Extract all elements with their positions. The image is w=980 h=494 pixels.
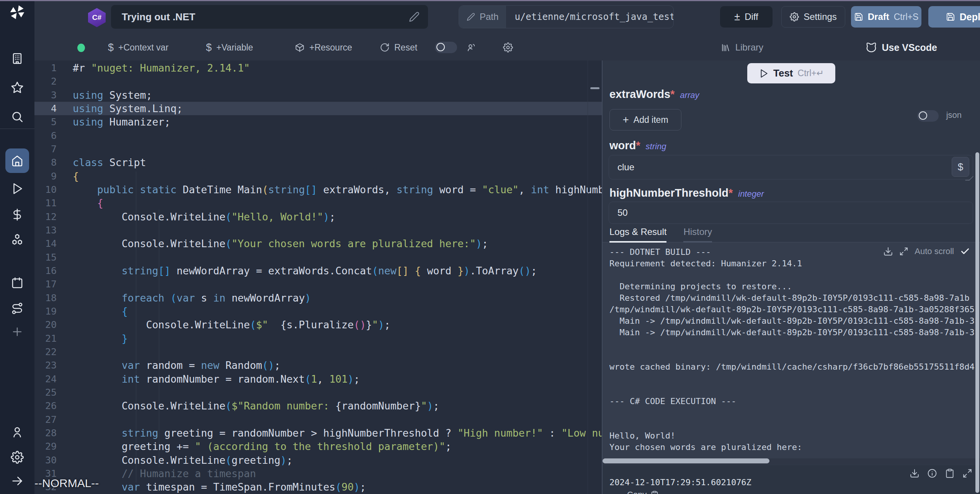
deploy-button[interactable]: Deploy	[928, 6, 980, 28]
required-asterisk: *	[670, 88, 675, 100]
line-number: 7	[34, 142, 62, 156]
line-number: 12	[34, 210, 62, 223]
draft-button[interactable]: Draft Ctrl+S	[851, 6, 921, 28]
add-variable-button[interactable]: $ +Variable	[206, 34, 253, 60]
code-line[interactable]: string[] newWordArray = extraWords.Conca…	[73, 264, 602, 277]
line-number: 29	[34, 440, 62, 453]
sidebar-item-favorites[interactable]	[10, 80, 25, 96]
sidebar-item-workspace[interactable]	[10, 51, 25, 67]
code-line[interactable]: int randomNumber = random.Next(1, 101);	[73, 372, 602, 386]
path-value[interactable]: u/etienne/microsoft_java_test	[506, 6, 674, 28]
copy-result-button[interactable]: Copy	[627, 490, 659, 494]
threshold-input[interactable]	[609, 202, 973, 224]
reset-label: Reset	[394, 42, 417, 53]
use-vscode-button[interactable]: Use VScode	[866, 34, 937, 60]
variable-picker-button[interactable]: $	[952, 157, 969, 177]
expand-icon[interactable]	[899, 247, 908, 256]
windmill-logo-icon[interactable]	[9, 4, 26, 21]
code-line[interactable]: using System.Linq;	[73, 102, 602, 115]
script-title-box[interactable]: Trying out .NET	[111, 5, 428, 29]
draft-label: Draft	[868, 11, 889, 22]
line-number: 14	[34, 237, 62, 250]
info-icon[interactable]	[927, 468, 937, 478]
multiplayer-button[interactable]	[466, 34, 476, 60]
log-hscrollbar-thumb[interactable]	[603, 458, 769, 463]
code-line[interactable]: }	[73, 332, 602, 345]
code-line[interactable]: class Script	[73, 156, 602, 169]
code-line[interactable]: Console.WriteLine("Your chosen words are…	[73, 237, 602, 250]
code-line[interactable]	[73, 251, 602, 264]
code-line[interactable]	[73, 75, 602, 88]
sidebar-item-more[interactable]	[10, 324, 25, 340]
code-line[interactable]: #r "nuget: Humanizer, 2.14.1"	[73, 61, 602, 75]
sidebar-item-search[interactable]	[10, 109, 25, 125]
panel-splitter-handle[interactable]	[590, 87, 599, 89]
code-line[interactable]: foreach (var s in newWordArray)	[73, 291, 602, 305]
clipboard-icon[interactable]	[945, 468, 955, 478]
code-line[interactable]: using System;	[73, 88, 602, 102]
code-line[interactable]: public static DateTime Main(string[] ext…	[73, 183, 602, 196]
check-icon[interactable]	[960, 246, 970, 256]
code-line[interactable]: Console.WriteLine($"Random number: {rand…	[73, 399, 602, 412]
code-line[interactable]	[73, 386, 602, 399]
code-line[interactable]	[73, 223, 602, 237]
code-line[interactable]: string greeting = randomNumber > highNum…	[73, 426, 602, 440]
code-line[interactable]: var random = new Random();	[73, 359, 602, 372]
sidebar-item-account[interactable]	[10, 425, 25, 440]
sidebar-item-settings[interactable]	[10, 450, 25, 465]
code-line[interactable]: // Humanize a timespan	[73, 467, 602, 480]
diff-button[interactable]: ± Diff	[720, 6, 773, 28]
log-line	[609, 350, 980, 361]
code-line[interactable]: {	[73, 196, 602, 210]
add-context-var-button[interactable]: $ +Context var	[108, 34, 168, 60]
toggle-off[interactable]	[435, 42, 457, 53]
lang-badge-label: C#	[92, 13, 101, 22]
code-line[interactable]	[73, 345, 602, 359]
code-line[interactable]	[73, 277, 602, 291]
word-input[interactable]	[609, 155, 973, 179]
editor-settings-button[interactable]	[503, 34, 513, 60]
panel-vscrollbar-thumb[interactable]	[975, 152, 979, 493]
pencil-icon	[467, 13, 475, 21]
assistant-toggle[interactable]	[435, 34, 457, 60]
add-resource-label: +Resource	[309, 42, 352, 53]
code-line[interactable]: Console.WriteLine($" {s.Pluralize()}");	[73, 318, 602, 331]
json-toggle[interactable]	[917, 110, 939, 122]
code-line[interactable]: Console.WriteLine(greeting);	[73, 453, 602, 467]
home-icon	[11, 155, 23, 167]
library-button[interactable]: Library	[721, 34, 763, 60]
code-line[interactable]: {	[73, 305, 602, 318]
sidebar-item-home[interactable]	[5, 148, 29, 173]
test-button[interactable]: Test Ctrl+↵	[747, 63, 835, 83]
sidebar-item-triggers[interactable]	[10, 301, 25, 316]
code-line[interactable]: using Humanizer;	[73, 115, 602, 129]
sidebar-item-schedules[interactable]	[10, 276, 25, 291]
field-extrawords-type: array	[680, 90, 699, 100]
reset-button[interactable]: Reset	[380, 34, 417, 60]
code-line[interactable]	[73, 129, 602, 142]
sidebar-item-resources[interactable]	[10, 233, 25, 248]
tab-logs-result[interactable]: Logs & Result	[609, 227, 666, 243]
sidebar-collapse-button[interactable]	[10, 474, 25, 489]
tab-history[interactable]: History	[683, 227, 712, 243]
code-editor[interactable]: 1234567891011121314151617181920212223242…	[34, 60, 602, 494]
add-item-button[interactable]: + Add item	[609, 109, 681, 130]
code-line[interactable]	[73, 413, 602, 426]
code-line[interactable]: Console.WriteLine("Hello, World!");	[73, 210, 602, 223]
path-field[interactable]: Path u/etienne/microsoft_java_test	[459, 5, 674, 28]
code-line[interactable]: greeting += " (according to the threshol…	[73, 440, 602, 453]
add-resource-button[interactable]: +Resource	[295, 34, 352, 60]
download-icon[interactable]	[883, 246, 893, 256]
sidebar-item-variables[interactable]	[10, 207, 25, 223]
settings-button[interactable]: Settings	[781, 6, 845, 28]
code-line[interactable]: {	[73, 170, 602, 183]
code-line[interactable]: var timespan = TimeSpan.FromMinutes(90);	[73, 480, 602, 494]
code-lines[interactable]: #r "nuget: Humanizer, 2.14.1" using Syst…	[73, 61, 602, 494]
sidebar-item-runs[interactable]	[10, 181, 25, 197]
code-line[interactable]	[73, 142, 602, 156]
expand-icon[interactable]	[962, 468, 972, 478]
log-hscrollbar-track[interactable]	[603, 458, 980, 464]
edit-title-pencil-icon[interactable]	[409, 11, 420, 22]
download-icon[interactable]	[910, 468, 920, 478]
log-line: Determining projects to restore...	[609, 281, 980, 292]
